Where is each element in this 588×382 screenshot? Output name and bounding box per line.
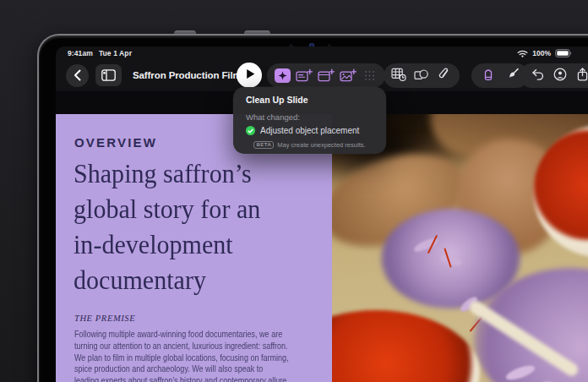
slide-body-line: leading experts about saffron’s history …: [74, 375, 289, 382]
chevron-left-icon: [68, 66, 87, 85]
status-time: 9:41am: [68, 49, 93, 57]
clean-up-slide-button[interactable]: [274, 67, 292, 85]
status-bar-left: 9:41am Tue 1 Apr: [68, 49, 132, 57]
grid-placeholder-icon-disabled: [360, 67, 378, 85]
slide-photo-saffron-harvest[interactable]: [332, 114, 588, 382]
battery-percent: 100%: [532, 49, 551, 57]
shapes-icon: [414, 68, 428, 84]
new-slide-sparkle-button[interactable]: [295, 67, 313, 85]
slide-body-line: turning our attention to an ancient, lux…: [74, 341, 289, 352]
ipad-device: 9:41am Tue 1 Apr 100%: [37, 34, 588, 382]
beta-note: May create unexpected results.: [277, 141, 365, 149]
pencil-icon: [483, 68, 493, 85]
toolbar-left: Saffron Production Film: [66, 63, 258, 88]
slide-section-label[interactable]: THE PREMISE: [74, 314, 135, 323]
table-chart-icon: [391, 68, 406, 85]
slide[interactable]: OVERVIEW Shaping saffron’s global story …: [56, 114, 588, 382]
slide-title-line: in-development: [74, 227, 260, 263]
document-title[interactable]: Saffron Production Film: [133, 70, 242, 80]
new-layout-sparkle-button[interactable]: [317, 67, 335, 85]
popover-change-row: Adjusted object placement: [246, 126, 359, 135]
insert-tools-pill: [384, 63, 460, 88]
slide-title-line: documentary: [74, 263, 260, 298]
popover-section-label: What changed:: [246, 112, 300, 122]
collaborate-icon: [553, 68, 567, 85]
slide-body-line: Following multiple award-winning food do…: [74, 329, 289, 341]
status-date: Tue 1 Apr: [99, 49, 132, 57]
clean-up-slide-popover: Clean Up Slide What changed: Adjusted ob…: [233, 87, 386, 154]
slide-title-line: global story for an: [74, 192, 260, 227]
wifi-icon: [516, 49, 528, 57]
slide-body-text[interactable]: Following multiple award-winning food do…: [74, 329, 332, 382]
share-icon: [577, 68, 588, 85]
check-circle-icon: [246, 126, 255, 135]
slide-title[interactable]: Shaping saffron’s global story for an in…: [74, 156, 266, 298]
slide-title-line: Shaping saffron’s: [74, 156, 260, 192]
slide-body-line: spice production and archaeology. We wil…: [74, 363, 289, 375]
popover-beta-row: BETA May create unexpected results.: [233, 141, 386, 149]
slide-navigator-icon: [100, 66, 118, 85]
play-button[interactable]: [237, 63, 262, 88]
undo-button[interactable]: [528, 67, 547, 85]
clean-up-slide-icon: [275, 68, 291, 83]
paperclip-icon: [438, 68, 449, 84]
scene: 9:41am Tue 1 Apr 100%: [0, 0, 588, 382]
insert-table-chart-button[interactable]: [389, 67, 408, 85]
share-button[interactable]: [573, 67, 588, 85]
popover-title: Clean Up Slide: [246, 95, 308, 105]
slide-eyebrow[interactable]: OVERVIEW: [74, 135, 157, 150]
status-bar-right: 100%: [516, 49, 573, 57]
battery-icon: [555, 49, 573, 57]
popover-change-item: Adjusted object placement: [260, 126, 359, 135]
format-brush-icon: [506, 68, 520, 85]
actions-pill: [520, 63, 588, 88]
play-icon: [244, 68, 255, 83]
ai-tools-pill: [267, 63, 385, 88]
keynote-app-window: 9:41am Tue 1 Apr 100%: [56, 46, 588, 382]
slide-text-panel[interactable]: OVERVIEW Shaping saffron’s global story …: [56, 114, 332, 382]
insert-media-button[interactable]: [435, 67, 454, 85]
pencil-tool-button[interactable]: [479, 67, 498, 85]
undo-icon: [531, 68, 544, 84]
insert-shape-button[interactable]: [412, 67, 431, 85]
new-image-sparkle-button[interactable]: [339, 67, 357, 85]
collaborate-button[interactable]: [551, 67, 569, 85]
back-button[interactable]: [66, 64, 89, 87]
beta-badge: BETA: [253, 141, 274, 149]
slide-navigator-button[interactable]: [95, 64, 122, 86]
slide-body-line: We plan to film in multiple global locat…: [74, 352, 289, 364]
